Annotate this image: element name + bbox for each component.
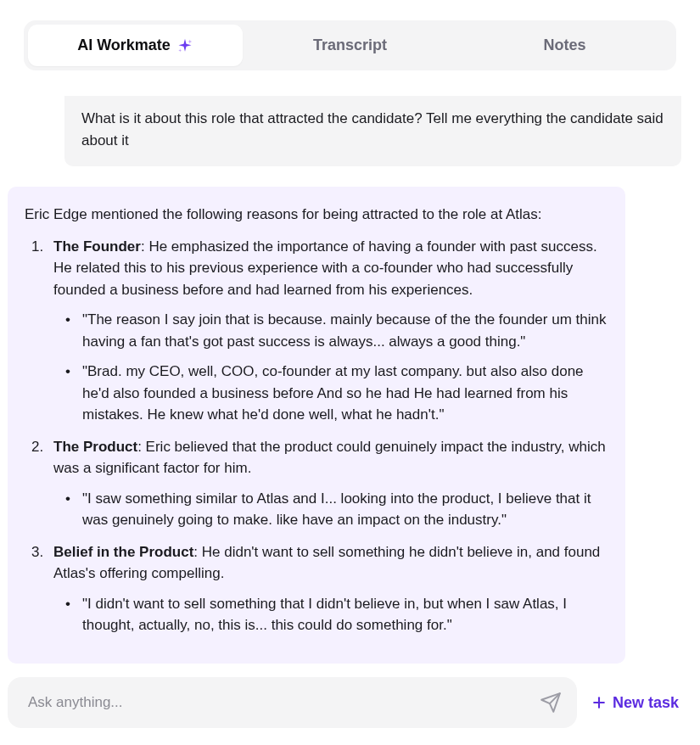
tab-transcript[interactable]: Transcript	[243, 25, 457, 66]
new-task-label: New task	[613, 694, 679, 712]
quote-list: "I didn't want to sell something that I …	[53, 593, 608, 636]
tab-notes-label: Notes	[543, 36, 585, 54]
chat-input-wrap	[8, 677, 577, 728]
list-item: The Product: Eric believed that the prod…	[53, 436, 608, 531]
chat-input[interactable]	[28, 694, 540, 711]
quote-list: "I saw something similar to Atlas and I.…	[53, 488, 608, 531]
quote-item: "I saw something similar to Atlas and I.…	[82, 488, 608, 531]
response-list: The Founder: He emphasized the importanc…	[25, 236, 608, 636]
quote-item: "I didn't want to sell something that I …	[82, 593, 608, 636]
item-title: The Founder	[53, 238, 141, 255]
quote-list: "The reason I say join that is because. …	[53, 309, 608, 426]
user-message-bubble: What is it about this role that attracte…	[64, 96, 681, 166]
bottom-bar: New task	[8, 677, 692, 728]
tab-transcript-label: Transcript	[313, 36, 387, 54]
list-item: The Founder: He emphasized the importanc…	[53, 236, 608, 426]
ai-response-bubble: Eric Edge mentioned the following reason…	[8, 187, 625, 664]
user-message-text: What is it about this role that attracte…	[81, 110, 664, 148]
response-intro: Eric Edge mentioned the following reason…	[25, 204, 608, 226]
tabs-container: AI Workmate Transcript Notes	[24, 20, 676, 70]
item-title: The Product	[53, 439, 137, 455]
quote-item: "The reason I say join that is because. …	[82, 309, 608, 352]
sparkle-icon	[176, 37, 193, 54]
tab-notes[interactable]: Notes	[457, 25, 672, 66]
tab-ai-workmate[interactable]: AI Workmate	[28, 25, 243, 66]
item-title: Belief in the Product	[53, 544, 193, 560]
list-item: Belief in the Product: He didn't want to…	[53, 541, 608, 636]
send-icon[interactable]	[540, 692, 562, 714]
new-task-button[interactable]: New task	[591, 694, 692, 712]
plus-icon	[591, 694, 608, 711]
tab-ai-workmate-label: AI Workmate	[77, 36, 171, 54]
quote-item: "Brad. my CEO, well, COO, co-founder at …	[82, 361, 608, 426]
